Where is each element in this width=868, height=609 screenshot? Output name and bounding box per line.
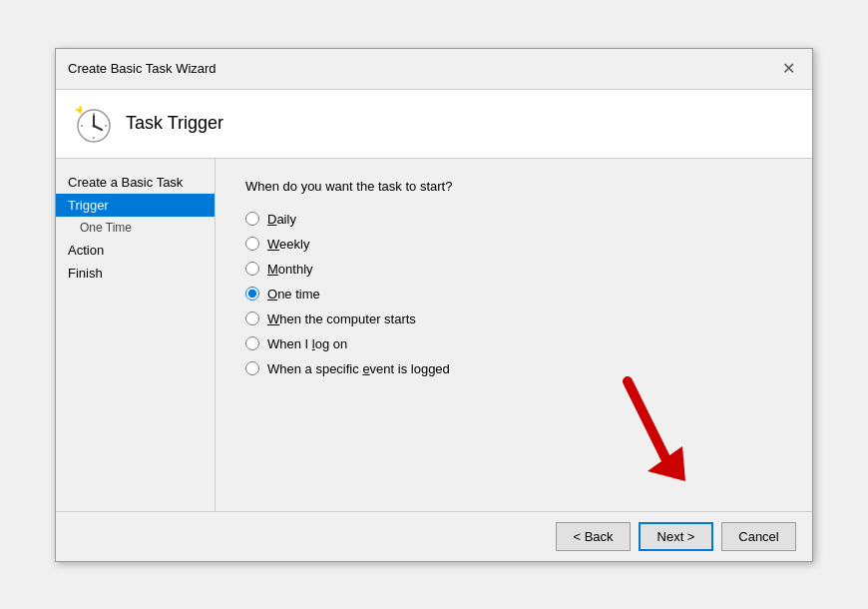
dialog-title: Create Basic Task Wizard [68, 61, 217, 76]
svg-point-7 [93, 124, 96, 127]
sidebar-item-trigger[interactable]: Trigger [56, 194, 215, 217]
dialog: Create Basic Task Wizard ✕ [55, 48, 813, 562]
content-area: Create a Basic Task Trigger One Time Act… [56, 159, 812, 511]
radio-weekly[interactable]: Weekly [245, 237, 782, 252]
arrow-container [245, 376, 782, 491]
header-title: Task Trigger [126, 113, 223, 134]
radio-weekly-label: Weekly [267, 237, 309, 252]
next-button[interactable]: Next > [639, 522, 713, 551]
red-arrow-icon [608, 376, 687, 486]
radio-one-time-input[interactable] [245, 287, 259, 301]
radio-group: Daily Weekly Monthly One time [245, 212, 782, 376]
question-label: When do you want the task to start? [245, 179, 782, 194]
close-button[interactable]: ✕ [776, 57, 800, 81]
sidebar-item-finish[interactable]: Finish [56, 262, 215, 285]
radio-log-on[interactable]: When I log on [245, 336, 782, 351]
svg-line-13 [628, 381, 669, 466]
back-button[interactable]: < Back [556, 522, 631, 551]
radio-computer-starts-input[interactable] [245, 311, 259, 325]
sidebar-item-action[interactable]: Action [56, 239, 215, 262]
title-bar-left: Create Basic Task Wizard [68, 61, 217, 76]
radio-daily-label: Daily [267, 212, 296, 227]
cancel-button[interactable]: Cancel [721, 522, 796, 551]
radio-one-time-label: One time [267, 287, 320, 302]
sidebar-item-create-basic-task: Create a Basic Task [56, 171, 215, 194]
radio-event-logged[interactable]: When a specific event is logged [245, 361, 782, 376]
radio-log-on-input[interactable] [245, 336, 259, 350]
radio-monthly[interactable]: Monthly [245, 262, 782, 277]
footer: < Back Next > Cancel [56, 511, 812, 561]
radio-daily-input[interactable] [245, 212, 259, 226]
radio-weekly-input[interactable] [245, 237, 259, 251]
radio-computer-starts[interactable]: When the computer starts [245, 311, 782, 326]
radio-monthly-input[interactable] [245, 262, 259, 276]
radio-event-logged-label: When a specific event is logged [267, 361, 450, 376]
radio-log-on-label: When I log on [267, 336, 347, 351]
radio-monthly-label: Monthly [267, 262, 313, 277]
sidebar-item-one-time[interactable]: One Time [56, 217, 215, 239]
task-icon [72, 104, 112, 144]
radio-one-time[interactable]: One time [245, 287, 782, 302]
sidebar: Create a Basic Task Trigger One Time Act… [56, 159, 216, 511]
title-bar: Create Basic Task Wizard ✕ [56, 49, 812, 90]
radio-event-logged-input[interactable] [245, 361, 259, 375]
main-content: When do you want the task to start? Dail… [216, 159, 812, 511]
radio-daily[interactable]: Daily [245, 212, 782, 227]
radio-computer-starts-label: When the computer starts [267, 311, 416, 326]
header-section: Task Trigger [56, 90, 812, 159]
